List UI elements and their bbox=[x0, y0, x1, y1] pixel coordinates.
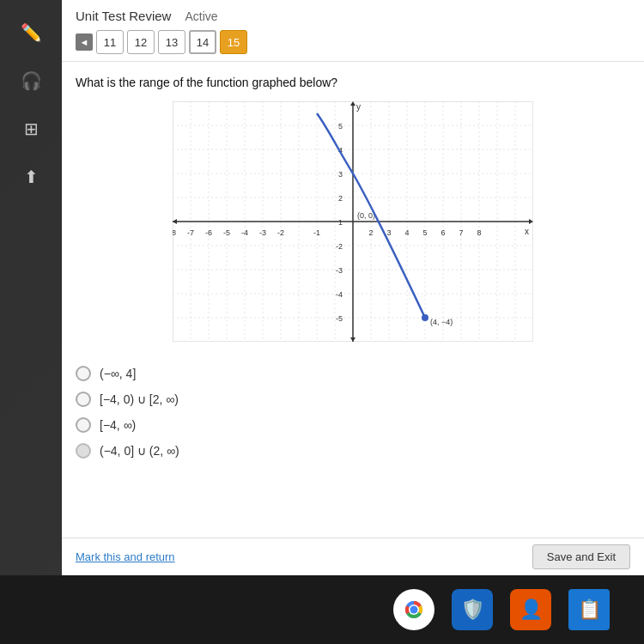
svg-text:-3: -3 bbox=[336, 266, 343, 275]
answer-choice-c[interactable]: [−4, ∞) bbox=[76, 417, 630, 433]
svg-text:-2: -2 bbox=[336, 242, 343, 251]
header: Unit Test Review Active ◄ 11 12 13 14 15 bbox=[62, 0, 644, 62]
svg-text:-6: -6 bbox=[205, 228, 212, 237]
tab-14[interactable]: 14 bbox=[189, 30, 216, 54]
svg-text:3: 3 bbox=[338, 170, 343, 179]
save-exit-button[interactable]: Save and Exit bbox=[532, 544, 630, 569]
chrome-icon[interactable] bbox=[393, 589, 434, 630]
svg-text:(4, −4): (4, −4) bbox=[430, 318, 453, 326]
answer-choice-b[interactable]: [−4, 0) ∪ [2, ∞) bbox=[76, 392, 630, 407]
radio-a[interactable] bbox=[76, 366, 91, 381]
headphones-icon[interactable]: 🎧 bbox=[15, 65, 46, 96]
svg-text:1: 1 bbox=[338, 218, 343, 227]
svg-text:7: 7 bbox=[459, 228, 463, 237]
page-title: Unit Test Review bbox=[76, 9, 171, 23]
pencil-icon[interactable]: ✏️ bbox=[15, 17, 46, 48]
tab-15[interactable]: 15 bbox=[220, 30, 247, 54]
answer-text-a: (−∞, 4] bbox=[100, 367, 136, 380]
tab-back-button[interactable]: ◄ bbox=[76, 33, 93, 51]
svg-text:y: y bbox=[356, 102, 361, 112]
svg-text:-5: -5 bbox=[223, 228, 230, 237]
coordinate-graph: -8 -7 -6 -5 -4 -3 -2 -1 2 3 4 5 6 7 8 x … bbox=[173, 101, 533, 342]
tabs-row: ◄ 11 12 13 14 15 bbox=[76, 30, 630, 54]
question-text: What is the range of the function graphe… bbox=[76, 76, 630, 89]
document-icon[interactable]: 📋 bbox=[568, 589, 610, 630]
svg-text:6: 6 bbox=[440, 228, 445, 237]
svg-text:-7: -7 bbox=[187, 228, 194, 237]
mark-return-link[interactable]: Mark this and return bbox=[76, 550, 175, 563]
main-content: Unit Test Review Active ◄ 11 12 13 14 15… bbox=[62, 0, 644, 575]
svg-text:-3: -3 bbox=[259, 228, 266, 237]
grid-icon[interactable]: ⊞ bbox=[15, 113, 46, 144]
sidebar: ✏️ 🎧 ⊞ ⬆ bbox=[0, 0, 62, 584]
svg-text:x: x bbox=[525, 227, 529, 236]
svg-text:-8: -8 bbox=[173, 228, 176, 237]
answer-text-c: [−4, ∞) bbox=[100, 418, 136, 432]
answer-text-b: [−4, 0) ∪ [2, ∞) bbox=[100, 392, 179, 406]
svg-text:2: 2 bbox=[338, 194, 343, 203]
status-badge: Active bbox=[185, 9, 217, 23]
tab-12[interactable]: 12 bbox=[127, 30, 155, 54]
person-icon[interactable]: 👤 bbox=[510, 589, 551, 630]
svg-text:-5: -5 bbox=[336, 314, 343, 323]
svg-text:-4: -4 bbox=[241, 228, 248, 237]
tab-13[interactable]: 13 bbox=[158, 30, 185, 54]
svg-text:4: 4 bbox=[404, 228, 409, 237]
radio-d[interactable] bbox=[76, 443, 91, 459]
svg-text:5: 5 bbox=[422, 228, 427, 237]
shield-icon[interactable]: 🛡️ bbox=[452, 589, 493, 630]
answer-choice-d[interactable]: (−4, 0] ∪ (2, ∞) bbox=[76, 443, 630, 459]
svg-text:(0, 0): (0, 0) bbox=[357, 211, 375, 220]
tab-11[interactable]: 11 bbox=[96, 30, 124, 54]
svg-text:-4: -4 bbox=[336, 290, 343, 299]
footer: Mark this and return Save and Exit bbox=[62, 538, 644, 575]
arrow-up-icon[interactable]: ⬆ bbox=[15, 161, 46, 192]
taskbar: 🛡️ 👤 📋 bbox=[0, 575, 644, 644]
svg-text:-2: -2 bbox=[277, 228, 284, 237]
svg-text:5: 5 bbox=[338, 122, 343, 131]
header-top: Unit Test Review Active bbox=[76, 9, 630, 23]
svg-text:-1: -1 bbox=[313, 228, 320, 237]
answer-choice-a[interactable]: (−∞, 4] bbox=[76, 366, 630, 381]
svg-text:2: 2 bbox=[368, 228, 373, 237]
radio-b[interactable] bbox=[76, 392, 91, 407]
svg-text:3: 3 bbox=[386, 228, 391, 237]
radio-c[interactable] bbox=[76, 417, 91, 433]
question-area: What is the range of the function graphe… bbox=[62, 62, 644, 366]
svg-text:8: 8 bbox=[477, 228, 481, 237]
answer-text-d: (−4, 0] ∪ (2, ∞) bbox=[100, 444, 179, 458]
answer-choices: (−∞, 4] [−4, 0) ∪ [2, ∞) [−4, ∞) (−4, 0]… bbox=[62, 366, 644, 459]
svg-point-72 bbox=[410, 606, 418, 614]
graph-container: -8 -7 -6 -5 -4 -3 -2 -1 2 3 4 5 6 7 8 x … bbox=[173, 101, 533, 342]
svg-point-66 bbox=[422, 314, 428, 321]
